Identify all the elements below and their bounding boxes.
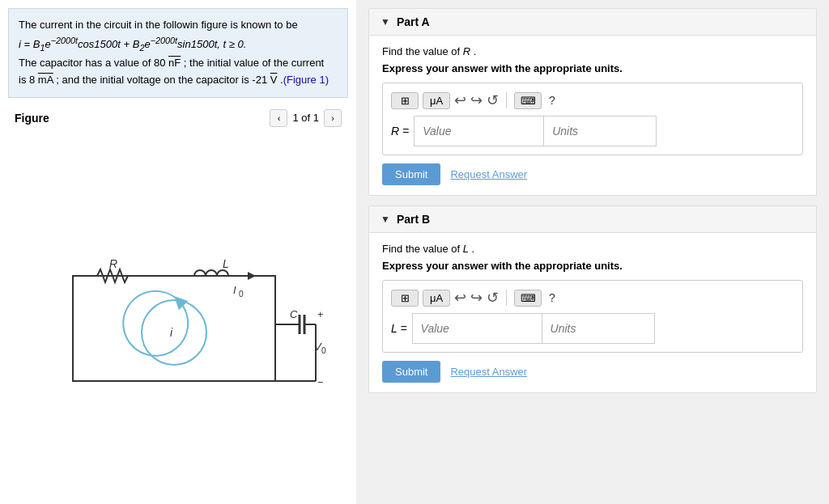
- part-a-answer-box: ⊞ μA ↩ ↪ ↺ ⌨ ? R =: [382, 83, 803, 155]
- part-b-toolbar: ⊞ μA ↩ ↪ ↺ ⌨ ?: [391, 289, 794, 307]
- figure-next-button[interactable]: ›: [324, 109, 342, 127]
- part-a-collapse-arrow[interactable]: ▼: [380, 16, 390, 28]
- svg-text:0: 0: [239, 290, 244, 299]
- figure-page-count: 1 of 1: [292, 112, 319, 124]
- toolbar-divider: [506, 92, 507, 108]
- circuit-diagram: R L I 0: [24, 227, 332, 405]
- part-a-body: Find the value of R . Express your answe…: [369, 36, 816, 195]
- matrix-icon: ⊞: [397, 95, 413, 107]
- part-a-input-label: R =: [391, 125, 409, 138]
- part-a-mu-button[interactable]: μA: [423, 92, 450, 109]
- part-b-keyboard-button[interactable]: ⌨: [514, 290, 542, 307]
- part-b-submit-button[interactable]: Submit: [382, 361, 440, 383]
- part-a-keyboard-button[interactable]: ⌨: [514, 92, 542, 109]
- part-a-input-row: R =: [391, 116, 794, 146]
- svg-text:i: i: [170, 326, 173, 339]
- part-a-redo-button[interactable]: ↪: [470, 91, 483, 109]
- keyboard-icon-b: ⌨: [520, 292, 536, 304]
- part-b-mu-button[interactable]: μA: [423, 290, 450, 307]
- part-b-action-row: Submit Request Answer: [382, 361, 803, 383]
- part-a-value-input[interactable]: [414, 116, 543, 146]
- part-a-matrix-button[interactable]: ⊞: [391, 92, 419, 109]
- part-a-action-row: Submit Request Answer: [382, 163, 803, 185]
- figure-label: Figure: [15, 112, 49, 125]
- mu-icon-b: μA: [428, 292, 444, 304]
- matrix-icon-b: ⊞: [397, 292, 413, 304]
- part-b-redo-button[interactable]: ↪: [470, 289, 483, 307]
- part-b-collapse-arrow[interactable]: ▼: [380, 214, 390, 225]
- part-b-undo-button[interactable]: ↩: [454, 289, 466, 307]
- part-b-header: ▼ Part B: [369, 206, 816, 233]
- figure-label-row: Figure ‹ 1 of 1 ›: [8, 106, 348, 130]
- svg-text:I: I: [233, 284, 236, 296]
- part-a-title: Part A: [397, 15, 430, 28]
- toolbar-divider-b: [506, 290, 507, 306]
- part-b-title: Part B: [397, 213, 430, 226]
- part-a-toolbar: ⊞ μA ↩ ↪ ↺ ⌨ ?: [391, 91, 794, 109]
- part-a-header: ▼ Part A: [369, 9, 816, 36]
- part-b-find-text: Find the value of L .: [382, 243, 803, 255]
- part-b-section: ▼ Part B Find the value of L . Express y…: [368, 205, 817, 393]
- mu-icon: μA: [428, 95, 444, 107]
- circuit-area: R L I 0: [8, 137, 348, 496]
- figure-nav: ‹ 1 of 1 ›: [270, 109, 342, 127]
- part-a-reset-button[interactable]: ↺: [487, 91, 499, 109]
- part-b-units-input[interactable]: [542, 313, 655, 344]
- left-panel: The current in the circuit in the follow…: [0, 0, 356, 504]
- keyboard-icon: ⌨: [520, 95, 536, 107]
- part-b-input-row: L =: [391, 313, 794, 344]
- problem-equation: i = B1e−2000tcos1500t + B2e−2000tsin1500…: [19, 38, 246, 50]
- part-a-undo-button[interactable]: ↩: [454, 91, 466, 109]
- svg-text:0: 0: [321, 346, 326, 355]
- part-a-section: ▼ Part A Find the value of R . Express y…: [368, 8, 817, 196]
- part-b-express-text: Express your answer with the appropriate…: [382, 260, 803, 272]
- part-a-request-button[interactable]: Request Answer: [450, 168, 527, 180]
- part-b-body: Find the value of L . Express your answe…: [369, 233, 816, 392]
- svg-text:−: −: [317, 376, 324, 388]
- problem-line3: is 8 mA ; and the initial voltage on the…: [19, 74, 329, 86]
- part-b-matrix-button[interactable]: ⊞: [391, 290, 419, 307]
- problem-text: The current in the circuit in the follow…: [8, 8, 348, 98]
- figure-link[interactable]: (Figure 1): [283, 74, 329, 86]
- svg-text:L: L: [223, 257, 229, 270]
- part-b-answer-box: ⊞ μA ↩ ↪ ↺ ⌨ ? L =: [382, 280, 803, 353]
- svg-marker-8: [248, 272, 256, 280]
- part-a-find-text: Find the value of R .: [382, 45, 803, 57]
- problem-line1: The current in the circuit in the follow…: [19, 19, 298, 31]
- part-b-reset-button[interactable]: ↺: [487, 289, 499, 307]
- right-panel: ▼ Part A Find the value of R . Express y…: [356, 0, 829, 504]
- part-b-input-label: L =: [391, 322, 407, 335]
- part-a-express-text: Express your answer with the appropriate…: [382, 62, 803, 74]
- part-a-help-button[interactable]: ?: [549, 94, 555, 107]
- part-b-help-button[interactable]: ?: [549, 291, 555, 304]
- svg-text:C: C: [290, 308, 298, 320]
- part-a-submit-button[interactable]: Submit: [382, 163, 440, 185]
- problem-line2: The capacitor has a value of 80 nF ; the…: [19, 57, 324, 69]
- part-b-request-button[interactable]: Request Answer: [450, 366, 527, 378]
- part-a-units-input[interactable]: [543, 116, 657, 146]
- figure-prev-button[interactable]: ‹: [270, 109, 287, 127]
- part-b-value-input[interactable]: [412, 313, 542, 344]
- svg-text:+: +: [317, 308, 324, 320]
